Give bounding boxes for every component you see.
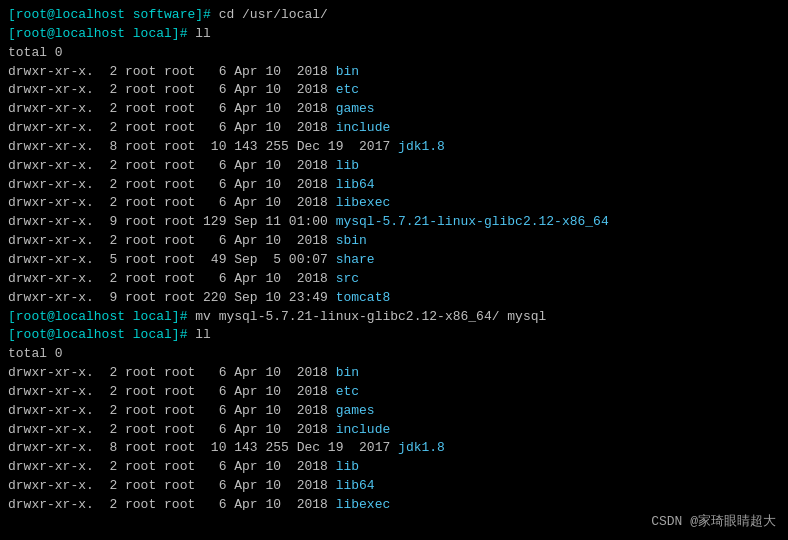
terminal: [root@localhost software]# cd /usr/local…	[0, 0, 788, 510]
watermark: CSDN @家琦眼睛超大	[651, 513, 776, 532]
